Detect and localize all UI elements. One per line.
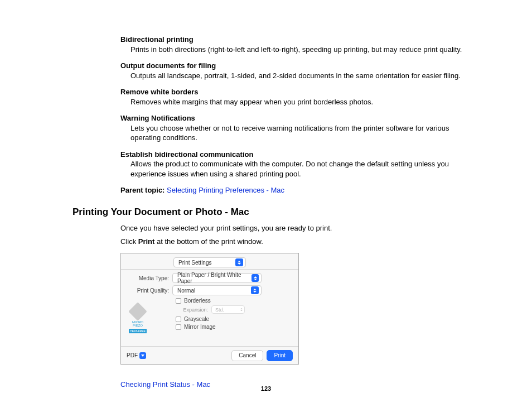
dropdown-value: Plain Paper / Bright White Paper [177, 272, 252, 284]
micro-piezo-icon: MICRO PIEZO HEAT-FREE [128, 305, 148, 333]
intro-bold: Print [138, 237, 155, 246]
icon-caption: HEAT-FREE [129, 329, 147, 333]
parent-topic-link[interactable]: Selecting Printing Preferences - Mac [167, 186, 284, 194]
checkbox-label: Borderless [184, 298, 211, 304]
diamond-icon [128, 302, 147, 321]
dropdown-value: Normal [177, 288, 195, 294]
definition-remove-white-borders: Remove white borders Removes white margi… [72, 87, 476, 107]
updown-icon [235, 258, 243, 266]
updown-icon [240, 308, 243, 311]
definition-term: Bidirectional printing [120, 35, 476, 45]
expansion-dropdown: Std. [211, 305, 245, 314]
icon-caption: MICRO PIEZO [128, 320, 148, 327]
definition-warning-notifications: Warning Notifications Lets you choose wh… [72, 113, 476, 143]
intro-text: Click [120, 237, 138, 246]
definition-term: Establish bidirectional communication [120, 150, 476, 160]
media-type-dropdown[interactable]: Plain Paper / Bright White Paper [172, 273, 262, 283]
checkbox-label: Grayscale [184, 316, 209, 322]
definition-bidirectional-printing: Bidirectional printing Prints in both di… [72, 35, 476, 54]
definition-term: Warning Notifications [120, 113, 476, 123]
button-label: Cancel [239, 352, 256, 358]
button-label: Print [274, 352, 286, 358]
intro-line-1: Once you have selected your print settin… [72, 223, 476, 234]
definition-output-documents: Output documents for filing Outputs all … [72, 61, 476, 80]
pdf-label: PDF [127, 352, 138, 358]
print-dialog-screenshot: Print Settings Media Type: Plain Paper /… [120, 253, 299, 365]
definition-establish-bidirectional: Establish bidirectional communication Al… [72, 150, 476, 179]
intro-line-2: Click Print at the bottom of the print w… [72, 237, 476, 247]
parent-topic-label: Parent topic: [120, 186, 165, 194]
borderless-checkbox[interactable] [176, 298, 181, 304]
dropdown-label: Print Settings [178, 260, 211, 266]
mirror-image-checkbox[interactable] [176, 324, 181, 330]
media-type-label: Media Type: [130, 275, 169, 281]
page-number: 123 [0, 385, 532, 392]
print-settings-dropdown[interactable]: Print Settings [173, 257, 246, 267]
definition-body: Lets you choose whether or not to receiv… [120, 123, 476, 143]
print-button[interactable]: Print [267, 350, 293, 361]
definition-body: Allows the product to communicate with t… [120, 159, 476, 179]
definition-term: Output documents for filing [120, 61, 476, 71]
grayscale-checkbox[interactable] [176, 317, 181, 322]
checkbox-label: Mirror Image [184, 324, 216, 330]
expansion-label: Expansion: [182, 307, 208, 313]
updown-icon [251, 286, 259, 294]
parent-topic: Parent topic: Selecting Printing Prefere… [72, 186, 476, 194]
intro-text: at the bottom of the print window. [154, 237, 263, 246]
pdf-dropdown-button[interactable]: PDF [127, 352, 146, 359]
cancel-button[interactable]: Cancel [231, 350, 263, 361]
section-heading: Printing Your Document or Photo - Mac [72, 207, 476, 218]
definition-body: Outputs all landscape, portrait, 1-sided… [120, 71, 476, 81]
definition-term: Remove white borders [120, 87, 476, 97]
updown-icon [252, 274, 259, 282]
definition-body: Removes white margins that may appear wh… [120, 97, 476, 107]
print-quality-dropdown[interactable]: Normal [172, 285, 262, 295]
chevron-down-icon [139, 352, 146, 359]
dropdown-value: Std. [215, 307, 224, 313]
print-quality-label: Print Quality: [130, 288, 169, 294]
definition-body: Prints in both directions (right-to-left… [120, 45, 476, 55]
